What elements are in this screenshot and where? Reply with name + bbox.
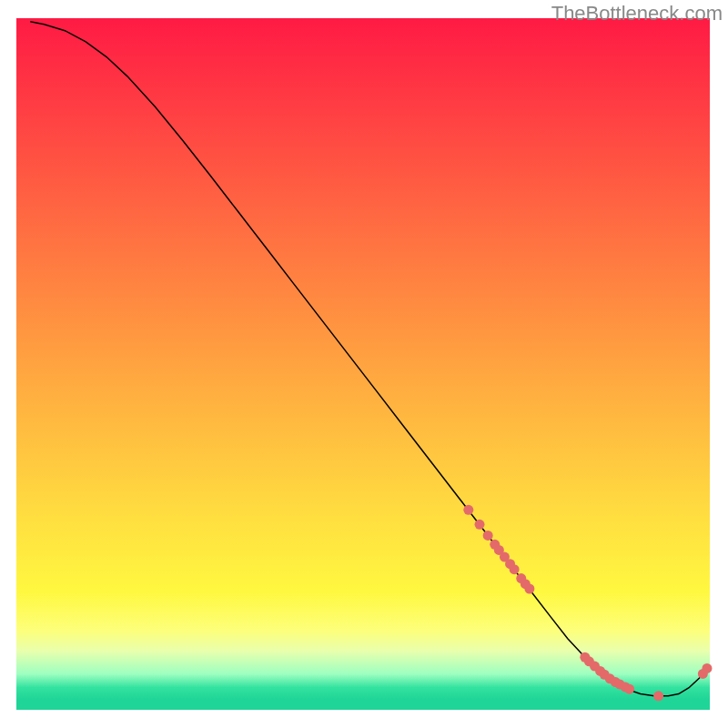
bottleneck-chart <box>0 0 728 728</box>
marker-point <box>702 663 712 673</box>
marker-point <box>483 531 493 541</box>
chart-background <box>16 18 710 710</box>
marker-point <box>524 584 534 594</box>
chart-container: TheBottleneck.com <box>0 0 728 728</box>
watermark-label: TheBottleneck.com <box>551 2 723 25</box>
marker-point <box>463 505 473 515</box>
marker-point <box>475 520 485 530</box>
marker-point <box>653 691 663 701</box>
marker-point <box>624 684 634 694</box>
plot-area <box>16 18 712 710</box>
marker-point <box>510 564 520 574</box>
